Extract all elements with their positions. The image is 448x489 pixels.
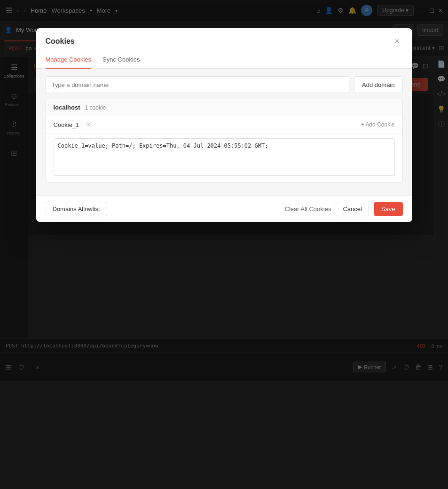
add-domain-btn[interactable]: Add domain <box>354 76 402 93</box>
app-container: ☰ ‹ › Home Workspaces ▾ More ▾ ⌕ 👤 ⚙ 🔔 P… <box>0 0 448 489</box>
sync-cookies-label: Sync Cookies <box>102 56 140 63</box>
domain-name: localhost <box>54 104 80 111</box>
add-cookie-btn[interactable]: + Add Cookie <box>361 121 395 128</box>
domain-input[interactable] <box>46 76 350 93</box>
cookie-count: 1 cookie <box>85 104 106 111</box>
cookies-modal: Cookies × Manage Cookies Sync Cookies Ad… <box>36 28 412 222</box>
cookie-textarea[interactable]: Cookie_1=value; Path=/; Expires=Thu, 04 … <box>54 138 395 176</box>
clear-all-btn[interactable]: Clear All Cookies <box>284 205 331 213</box>
cookie-domain-header: localhost 1 cookie <box>46 99 402 116</box>
cookie-editor-row: Cookie_1=value; Path=/; Expires=Thu, 04 … <box>46 134 402 182</box>
modal-body: Add domain localhost 1 cookie Cookie_1 ×… <box>36 69 412 196</box>
modal-overlay: Cookies × Manage Cookies Sync Cookies Ad… <box>0 0 448 489</box>
tab-manage-cookies[interactable]: Manage Cookies <box>46 51 92 69</box>
modal-footer-right: Clear All Cookies Cancel Save <box>284 202 402 216</box>
modal-close-btn[interactable]: × <box>392 36 403 47</box>
add-cookie-label: + Add Cookie <box>361 121 395 128</box>
modal-header: Cookies × <box>36 28 412 47</box>
modal-tabs: Manage Cookies Sync Cookies <box>36 51 412 69</box>
cookie-delete-btn[interactable]: × <box>84 120 93 129</box>
cookie-list-item: Cookie_1 × + Add Cookie <box>46 116 402 134</box>
tab-sync-cookies[interactable]: Sync Cookies <box>102 51 140 69</box>
cookie-domain-section: localhost 1 cookie Cookie_1 × + Add Cook… <box>46 99 403 182</box>
save-modal-btn[interactable]: Save <box>374 202 403 216</box>
modal-footer: Domains Allowlist Clear All Cookies Canc… <box>36 196 412 222</box>
domains-allowlist-btn[interactable]: Domains Allowlist <box>46 202 107 216</box>
modal-title: Cookies <box>46 37 75 46</box>
cookie-name: Cookie_1 <box>54 121 79 128</box>
domain-search-row: Add domain <box>46 76 403 93</box>
cancel-btn[interactable]: Cancel <box>336 202 369 216</box>
manage-cookies-label: Manage Cookies <box>46 56 92 63</box>
